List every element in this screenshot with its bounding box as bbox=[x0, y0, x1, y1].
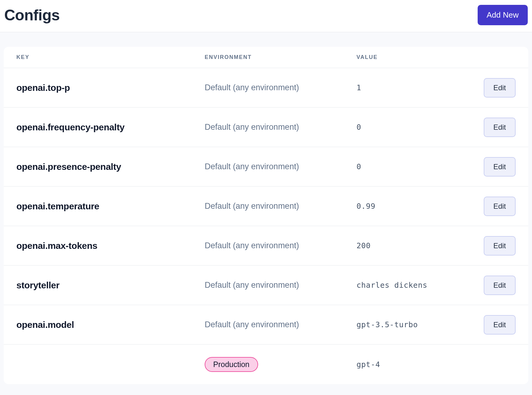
col-environment: ENVIRONMENT bbox=[205, 54, 356, 60]
add-new-button[interactable]: Add New bbox=[478, 5, 528, 25]
config-environment: Default (any environment) bbox=[205, 241, 356, 250]
edit-button[interactable]: Edit bbox=[484, 78, 516, 98]
actions-cell: Edit bbox=[473, 157, 516, 177]
config-environment: Default (any environment) bbox=[205, 122, 356, 132]
actions-cell: Edit bbox=[473, 236, 516, 256]
config-value: charles dickens bbox=[356, 281, 473, 290]
config-value: 0 bbox=[356, 162, 473, 171]
config-environment: Default (any environment) bbox=[205, 201, 356, 211]
config-environment: Default (any environment) bbox=[205, 320, 356, 329]
table-row: storytellerDefault (any environment)char… bbox=[4, 266, 528, 305]
edit-button[interactable]: Edit bbox=[484, 236, 516, 256]
configs-table: KEY ENVIRONMENT VALUE openai.top-pDefaul… bbox=[4, 47, 528, 384]
config-key: openai.frequency-penalty bbox=[16, 122, 205, 132]
table-row: openai.modelDefault (any environment)gpt… bbox=[4, 305, 528, 345]
edit-button[interactable]: Edit bbox=[484, 276, 516, 295]
edit-button[interactable]: Edit bbox=[484, 157, 516, 177]
actions-cell: Edit bbox=[473, 197, 516, 216]
content-wrap: KEY ENVIRONMENT VALUE openai.top-pDefaul… bbox=[0, 32, 532, 384]
config-value: 200 bbox=[356, 241, 473, 250]
actions-cell: Edit bbox=[473, 118, 516, 137]
edit-button[interactable]: Edit bbox=[484, 118, 516, 137]
config-key: openai.temperature bbox=[16, 201, 205, 211]
table-row: openai.temperatureDefault (any environme… bbox=[4, 187, 528, 226]
config-key: openai.model bbox=[16, 320, 205, 330]
table-header-row: KEY ENVIRONMENT VALUE bbox=[4, 47, 528, 68]
environment-badge: Production bbox=[205, 357, 258, 372]
config-value: 1 bbox=[356, 83, 473, 92]
config-value: gpt-3.5-turbo bbox=[356, 320, 473, 329]
col-value: VALUE bbox=[356, 54, 473, 60]
config-environment: Production bbox=[205, 357, 356, 372]
config-key: storyteller bbox=[16, 280, 205, 290]
config-key: openai.top-p bbox=[16, 83, 205, 93]
config-key: openai.presence-penalty bbox=[16, 162, 205, 172]
actions-cell: Edit bbox=[473, 276, 516, 295]
config-value: gpt-4 bbox=[356, 360, 473, 369]
table-row: openai.top-pDefault (any environment)1Ed… bbox=[4, 68, 528, 108]
config-key: openai.max-tokens bbox=[16, 241, 205, 251]
table-row: Productiongpt-4 bbox=[4, 345, 528, 384]
table-row: openai.presence-penaltyDefault (any envi… bbox=[4, 147, 528, 187]
col-actions bbox=[473, 54, 516, 60]
table-row: openai.max-tokensDefault (any environmen… bbox=[4, 226, 528, 266]
config-environment: Default (any environment) bbox=[205, 83, 356, 92]
config-environment: Default (any environment) bbox=[205, 280, 356, 290]
config-value: 0.99 bbox=[356, 202, 473, 211]
actions-cell: Edit bbox=[473, 315, 516, 335]
actions-cell: Edit bbox=[473, 78, 516, 98]
config-environment: Default (any environment) bbox=[205, 162, 356, 171]
page-title: Configs bbox=[4, 6, 60, 24]
edit-button[interactable]: Edit bbox=[484, 315, 516, 335]
table-row: openai.frequency-penaltyDefault (any env… bbox=[4, 108, 528, 147]
config-value: 0 bbox=[356, 123, 473, 132]
edit-button[interactable]: Edit bbox=[484, 197, 516, 216]
page-header: Configs Add New bbox=[0, 0, 532, 32]
table-body: openai.top-pDefault (any environment)1Ed… bbox=[4, 68, 528, 384]
col-key: KEY bbox=[16, 54, 205, 60]
